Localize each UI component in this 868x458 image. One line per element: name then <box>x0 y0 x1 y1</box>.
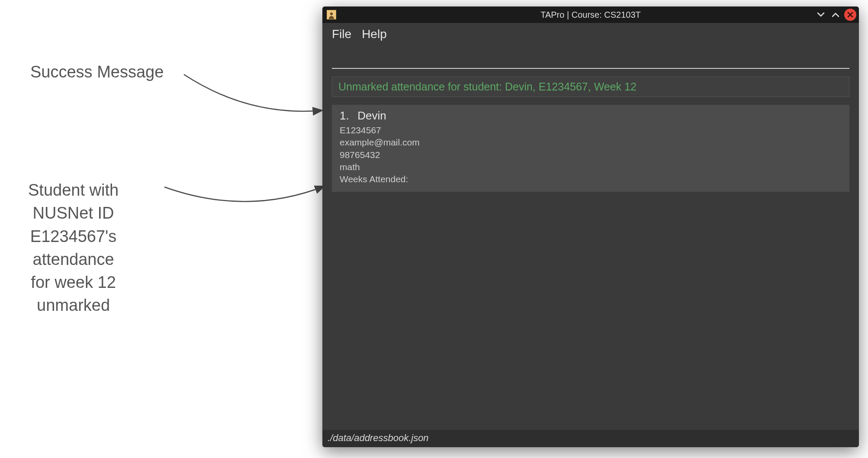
app-window: TAPro | Course: CS2103T File Help Unmark… <box>322 6 859 447</box>
student-index: 1. <box>340 109 354 123</box>
student-name-row: 1. Devin <box>340 109 842 123</box>
student-list: 1. Devin E1234567 example@mail.com 98765… <box>332 105 849 426</box>
student-card[interactable]: 1. Devin E1234567 example@mail.com 98765… <box>332 105 849 192</box>
annotation-student-unmarked: Student with NUSNet ID E1234567's attend… <box>28 156 119 317</box>
student-phone: 98765432 <box>340 149 842 161</box>
title-bar: TAPro | Course: CS2103T <box>322 6 859 23</box>
student-name: Devin <box>357 109 386 122</box>
window-title: TAPro | Course: CS2103T <box>540 10 641 20</box>
student-email: example@mail.com <box>340 136 842 148</box>
close-button[interactable] <box>844 9 856 21</box>
minimize-button[interactable] <box>815 9 827 21</box>
chevron-down-icon <box>817 12 825 17</box>
status-path: ./data/addressbook.json <box>328 432 429 443</box>
maximize-button[interactable] <box>829 9 842 21</box>
chevron-up-icon <box>832 12 839 17</box>
student-weeks-attended: Weeks Attended: <box>340 173 842 185</box>
student-nusnet: E1234567 <box>340 124 842 136</box>
svg-point-2 <box>330 13 333 15</box>
arrow-1-icon <box>180 65 327 117</box>
student-major: math <box>340 161 842 173</box>
close-icon <box>847 12 853 18</box>
command-input[interactable] <box>332 47 849 63</box>
menu-help[interactable]: Help <box>362 27 387 41</box>
command-area <box>322 44 859 69</box>
menu-file[interactable]: File <box>332 27 351 41</box>
menu-bar: File Help <box>322 23 859 44</box>
result-message: Unmarked attendance for student: Devin, … <box>332 77 849 97</box>
arrow-2-icon <box>160 156 329 216</box>
app-icon <box>327 10 336 19</box>
status-bar: ./data/addressbook.json <box>322 430 859 447</box>
annotation-success-message: Success Message <box>30 61 164 84</box>
